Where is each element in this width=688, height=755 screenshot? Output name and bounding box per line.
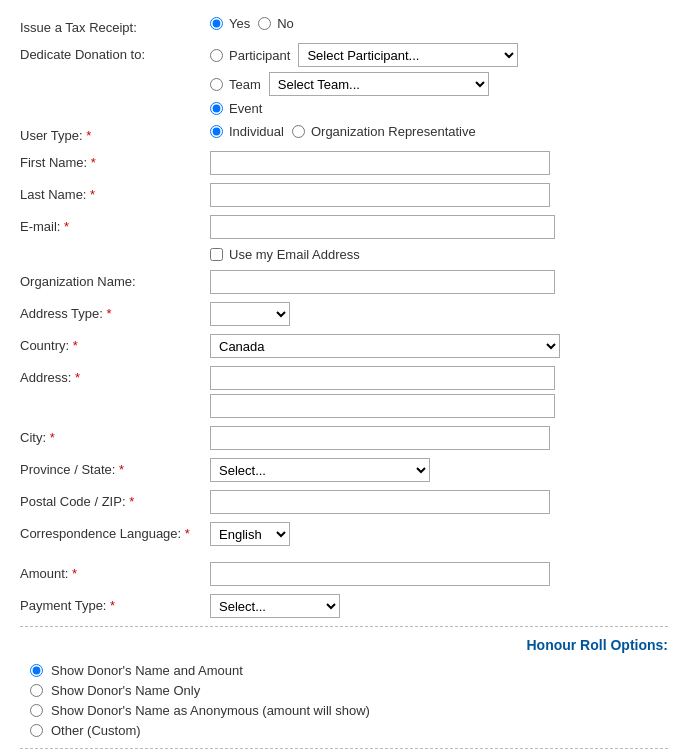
honour-option-2[interactable]: Show Donor's Name Only [30,683,668,698]
honour-label-4: Other (Custom) [51,723,141,738]
honour-option-4[interactable]: Other (Custom) [30,723,668,738]
honour-option-3[interactable]: Show Donor's Name as Anonymous (amount w… [30,703,668,718]
dedicate-team-option[interactable]: Team [210,77,261,92]
honour-option-1[interactable]: Show Donor's Name and Amount [30,663,668,678]
address-type-row: Address Type: * [20,302,668,326]
amount-field [210,562,668,586]
dedicate-label: Dedicate Donation to: [20,43,210,62]
dedicate-team-radio[interactable] [210,78,223,91]
language-select[interactable]: English [210,522,290,546]
postal-label: Postal Code / ZIP: * [20,490,210,509]
city-label: City: * [20,426,210,445]
org-name-input[interactable] [210,270,555,294]
province-select[interactable]: Select... [210,458,430,482]
tax-no-label: No [277,16,294,31]
postal-input[interactable] [210,490,550,514]
tax-no-radio[interactable] [258,17,271,30]
honour-radio-4[interactable] [30,724,43,737]
tax-yes-option[interactable]: Yes [210,16,250,31]
first-name-input[interactable] [210,151,550,175]
use-email-label: Use my Email Address [229,247,360,262]
user-type-row: User Type: * Individual Organization Rep… [20,124,668,143]
dedicate-event-option[interactable]: Event [210,101,262,116]
org-name-field [210,270,668,294]
dedicate-event-radio[interactable] [210,102,223,115]
tax-yes-radio[interactable] [210,17,223,30]
last-name-label: Last Name: * [20,183,210,202]
dedicate-event-label: Event [229,101,262,116]
tax-receipt-field: Yes No [210,16,668,31]
last-name-input[interactable] [210,183,550,207]
use-email-checkbox[interactable] [210,248,223,261]
select-team-dropdown[interactable]: Select Team... [269,72,489,96]
country-field: Canada [210,334,668,358]
payment-type-field: Select... [210,594,668,618]
honour-radio-2[interactable] [30,684,43,697]
dedicate-participant-label: Participant [229,48,290,63]
country-label: Country: * [20,334,210,353]
org-name-row: Organization Name: [20,270,668,294]
tax-no-option[interactable]: No [258,16,294,31]
country-select[interactable]: Canada [210,334,560,358]
user-type-field: Individual Organization Representative [210,124,668,139]
tax-receipt-row: Issue a Tax Receipt: Yes No [20,16,668,35]
payment-type-row: Payment Type: * Select... [20,594,668,618]
first-name-label: First Name: * [20,151,210,170]
user-type-required: * [86,128,91,143]
individual-option[interactable]: Individual [210,124,284,139]
honour-options: Show Donor's Name and Amount Show Donor'… [20,663,668,738]
honour-roll-title: Honour Roll Options: [20,637,668,653]
dedicate-block: Participant Select Participant... Team S… [210,43,668,116]
dedicate-team-row: Team Select Team... [210,72,668,96]
address-line2-input[interactable] [210,394,555,418]
address-label: Address: * [20,366,210,385]
honour-roll-section: Honour Roll Options: Show Donor's Name a… [20,626,668,749]
honour-radio-3[interactable] [30,704,43,717]
address-type-field [210,302,668,326]
email-label: E-mail: * [20,215,210,234]
honour-label-3: Show Donor's Name as Anonymous (amount w… [51,703,370,718]
payment-type-label: Payment Type: * [20,594,210,613]
first-name-field [210,151,668,175]
province-row: Province / State: * Select... [20,458,668,482]
province-label: Province / State: * [20,458,210,477]
use-email-spacer [20,247,210,251]
tax-receipt-radio-group: Yes No [210,16,668,31]
country-row: Country: * Canada [20,334,668,358]
city-input[interactable] [210,426,550,450]
address-type-select[interactable] [210,302,290,326]
tax-yes-label: Yes [229,16,250,31]
honour-radio-1[interactable] [30,664,43,677]
province-field: Select... [210,458,668,482]
amount-row: Amount: * [20,562,668,586]
correspondence-label: Correspondence Language: * [20,522,210,541]
individual-radio[interactable] [210,125,223,138]
select-participant-dropdown[interactable]: Select Participant... [298,43,518,67]
address-field [210,366,668,418]
city-field [210,426,668,450]
email-field [210,215,668,239]
dedicate-participant-option[interactable]: Participant [210,48,290,63]
postal-field [210,490,668,514]
address-type-label: Address Type: * [20,302,210,321]
use-email-option[interactable]: Use my Email Address [210,247,668,262]
individual-label: Individual [229,124,284,139]
email-row: E-mail: * [20,215,668,239]
postal-row: Postal Code / ZIP: * [20,490,668,514]
org-rep-option[interactable]: Organization Representative [292,124,476,139]
payment-type-select[interactable]: Select... [210,594,340,618]
amount-label: Amount: * [20,562,210,581]
honour-label-2: Show Donor's Name Only [51,683,200,698]
first-name-row: First Name: * [20,151,668,175]
org-rep-radio[interactable] [292,125,305,138]
last-name-field [210,183,668,207]
email-input[interactable] [210,215,555,239]
amount-input[interactable] [210,562,550,586]
dedicate-donation-row: Dedicate Donation to: Participant Select… [20,43,668,116]
user-type-label: User Type: * [20,124,210,143]
city-row: City: * [20,426,668,450]
address-line1-input[interactable] [210,366,555,390]
org-rep-label: Organization Representative [311,124,476,139]
user-type-radio-group: Individual Organization Representative [210,124,668,139]
dedicate-participant-radio[interactable] [210,49,223,62]
